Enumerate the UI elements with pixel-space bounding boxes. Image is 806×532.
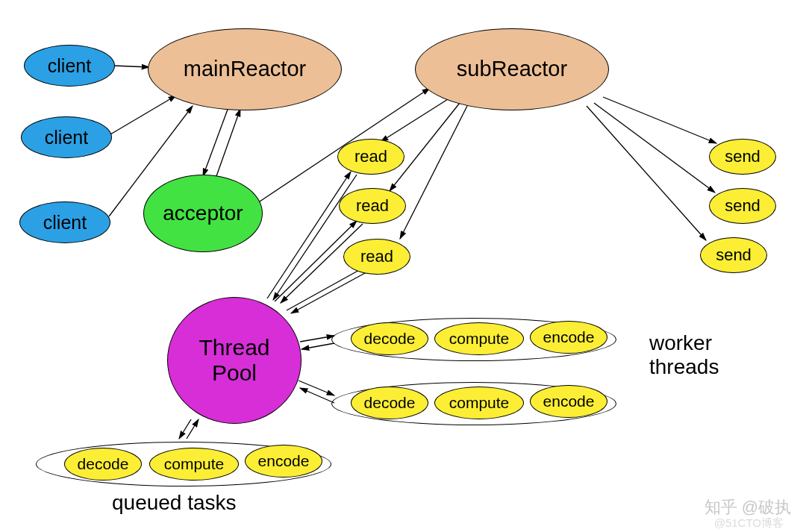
svg-line-22 (179, 419, 191, 439)
send-label: send (725, 196, 760, 215)
svg-line-1 (110, 96, 176, 134)
client-label: client (45, 127, 88, 148)
svg-line-19 (302, 343, 334, 349)
read-label: read (354, 147, 387, 166)
svg-line-4 (216, 109, 240, 176)
worker-threads-label: worker threads (649, 331, 719, 379)
watermark-text-2: @51CTO博客 (714, 516, 784, 531)
send-label: send (716, 245, 752, 264)
send-node-3: send (700, 237, 767, 273)
acceptor-label: acceptor (163, 201, 243, 225)
queued-decode: decode (64, 448, 142, 481)
task-label: encode (258, 452, 310, 470)
svg-line-21 (300, 388, 334, 403)
read-node-3: read (343, 239, 410, 275)
svg-line-10 (587, 106, 706, 240)
acceptor-node: acceptor (143, 175, 263, 252)
read-label: read (356, 196, 389, 215)
queued-tasks-label: queued tasks (112, 491, 237, 515)
svg-line-16 (291, 269, 373, 313)
sub-reactor-label: subReactor (457, 57, 567, 81)
svg-line-13 (267, 172, 351, 298)
client-node-2: client (21, 116, 112, 158)
svg-line-7 (400, 106, 467, 239)
svg-line-5 (381, 96, 454, 142)
svg-line-20 (299, 381, 334, 395)
worker1-encode: encode (530, 321, 607, 354)
svg-line-6 (390, 103, 460, 191)
svg-line-17 (287, 266, 367, 310)
read-label: read (360, 247, 393, 266)
thread-pool-node: Thread Pool (167, 297, 302, 424)
task-label: decode (364, 330, 416, 348)
client-label: client (48, 55, 91, 77)
client-node-3: client (19, 201, 110, 243)
task-label: decode (364, 394, 416, 412)
task-label: compute (164, 455, 225, 473)
main-reactor-label: mainReactor (184, 57, 306, 81)
task-label: compute (449, 394, 510, 412)
svg-line-8 (603, 97, 716, 143)
worker2-encode: encode (530, 385, 607, 418)
worker2-decode: decode (351, 387, 428, 419)
send-node-1: send (709, 139, 776, 175)
sub-reactor-node: subReactor (415, 28, 609, 110)
svg-line-23 (187, 419, 199, 439)
svg-line-9 (594, 103, 715, 193)
worker1-compute: compute (434, 322, 524, 355)
send-label: send (725, 147, 760, 166)
diagram-canvas: client client client mainReactor subReac… (0, 0, 806, 532)
read-node-1: read (337, 139, 404, 175)
task-label: decode (78, 455, 129, 473)
worker1-decode: decode (351, 322, 428, 355)
main-reactor-node: mainReactor (148, 28, 342, 110)
worker2-compute: compute (434, 387, 524, 419)
queued-compute: compute (149, 448, 239, 481)
watermark-text: 知乎 @破执 (705, 496, 791, 519)
task-label: encode (543, 328, 595, 346)
read-node-2: read (339, 188, 406, 224)
svg-line-3 (203, 107, 228, 176)
task-label: compute (449, 330, 510, 348)
client-label: client (43, 212, 87, 234)
svg-line-12 (273, 175, 357, 300)
svg-line-0 (113, 66, 149, 67)
queued-encode: encode (245, 445, 322, 478)
client-node-1: client (24, 45, 115, 87)
send-node-2: send (709, 188, 776, 224)
thread-pool-label: Thread Pool (199, 335, 269, 387)
svg-line-18 (300, 336, 334, 342)
task-label: encode (543, 392, 595, 410)
